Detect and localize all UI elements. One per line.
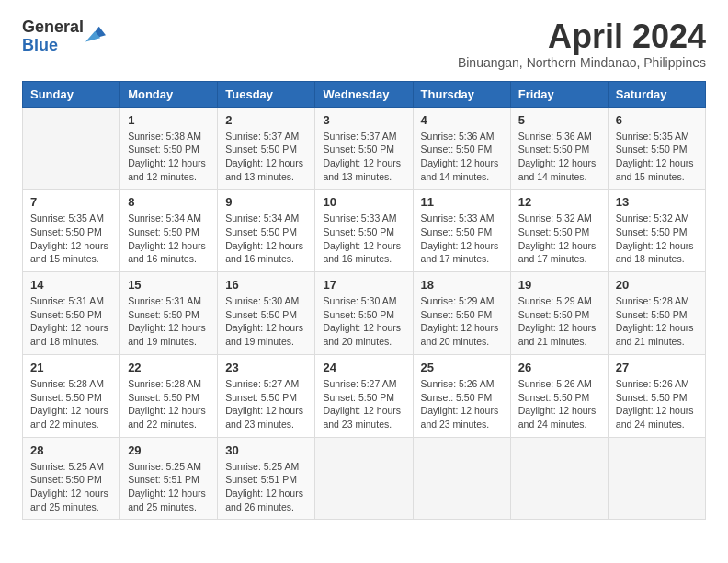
day-number: 15	[128, 278, 210, 292]
day-info: Sunrise: 5:25 AMSunset: 5:50 PMDaylight:…	[30, 460, 112, 514]
day-number: 25	[421, 361, 503, 374]
calendar-cell: 9Sunrise: 5:34 AMSunset: 5:50 PMDaylight…	[218, 190, 315, 272]
day-info: Sunrise: 5:25 AMSunset: 5:51 PMDaylight:…	[225, 460, 307, 514]
calendar-cell: 14Sunrise: 5:31 AMSunset: 5:50 PMDayligh…	[23, 272, 120, 355]
calendar-cell	[608, 437, 705, 520]
day-info: Sunrise: 5:34 AMSunset: 5:50 PMDaylight:…	[225, 212, 307, 266]
day-info: Sunrise: 5:28 AMSunset: 5:50 PMDaylight:…	[616, 294, 698, 349]
week-row-1: 1Sunrise: 5:38 AMSunset: 5:50 PMDaylight…	[23, 107, 706, 190]
calendar-cell: 25Sunrise: 5:26 AMSunset: 5:50 PMDayligh…	[413, 354, 510, 437]
day-number: 5	[518, 113, 600, 127]
calendar-cell: 3Sunrise: 5:37 AMSunset: 5:50 PMDaylight…	[315, 107, 413, 190]
day-info: Sunrise: 5:29 AMSunset: 5:50 PMDaylight:…	[518, 294, 600, 349]
day-info: Sunrise: 5:34 AMSunset: 5:50 PMDaylight:…	[128, 212, 210, 266]
day-number: 14	[30, 278, 112, 292]
calendar-cell	[315, 437, 413, 520]
day-number: 19	[518, 278, 600, 292]
calendar-cell: 17Sunrise: 5:30 AMSunset: 5:50 PMDayligh…	[315, 272, 413, 355]
day-number: 20	[616, 278, 698, 292]
day-number: 21	[30, 361, 112, 374]
calendar-cell: 15Sunrise: 5:31 AMSunset: 5:50 PMDayligh…	[120, 272, 218, 355]
day-info: Sunrise: 5:30 AMSunset: 5:50 PMDaylight:…	[225, 294, 307, 349]
weekday-header-friday: Friday	[510, 81, 608, 107]
title-section: April 2024 Binuangan, Northern Mindanao,…	[458, 18, 706, 70]
calendar-cell: 30Sunrise: 5:25 AMSunset: 5:51 PMDayligh…	[218, 437, 315, 520]
day-info: Sunrise: 5:33 AMSunset: 5:50 PMDaylight:…	[421, 212, 503, 266]
day-number: 7	[30, 195, 112, 209]
week-row-3: 14Sunrise: 5:31 AMSunset: 5:50 PMDayligh…	[23, 272, 706, 355]
calendar-cell: 10Sunrise: 5:33 AMSunset: 5:50 PMDayligh…	[315, 190, 413, 272]
day-number: 8	[128, 195, 210, 209]
week-row-2: 7Sunrise: 5:35 AMSunset: 5:50 PMDaylight…	[23, 190, 706, 272]
logo-icon	[85, 23, 106, 43]
calendar-cell	[413, 437, 510, 520]
page-header: General Blue April 2024 Binuangan, North…	[22, 18, 706, 70]
calendar-table: SundayMondayTuesdayWednesdayThursdayFrid…	[22, 81, 706, 521]
calendar-cell: 24Sunrise: 5:27 AMSunset: 5:50 PMDayligh…	[315, 354, 413, 437]
day-info: Sunrise: 5:32 AMSunset: 5:50 PMDaylight:…	[616, 212, 698, 266]
weekday-header-monday: Monday	[120, 81, 218, 107]
calendar-cell: 1Sunrise: 5:38 AMSunset: 5:50 PMDaylight…	[120, 107, 218, 190]
calendar-cell: 26Sunrise: 5:26 AMSunset: 5:50 PMDayligh…	[510, 354, 608, 437]
logo: General Blue	[22, 18, 106, 55]
weekday-header-row: SundayMondayTuesdayWednesdayThursdayFrid…	[23, 81, 706, 107]
day-number: 22	[128, 361, 210, 374]
day-info: Sunrise: 5:32 AMSunset: 5:50 PMDaylight:…	[518, 212, 600, 266]
day-info: Sunrise: 5:36 AMSunset: 5:50 PMDaylight:…	[421, 130, 503, 184]
day-info: Sunrise: 5:36 AMSunset: 5:50 PMDaylight:…	[518, 130, 600, 184]
day-info: Sunrise: 5:33 AMSunset: 5:50 PMDaylight:…	[323, 212, 404, 266]
calendar-cell: 6Sunrise: 5:35 AMSunset: 5:50 PMDaylight…	[608, 107, 705, 190]
day-info: Sunrise: 5:27 AMSunset: 5:50 PMDaylight:…	[225, 377, 307, 431]
weekday-header-wednesday: Wednesday	[315, 81, 413, 107]
day-number: 9	[225, 195, 307, 209]
day-number: 29	[128, 443, 210, 457]
calendar-cell: 20Sunrise: 5:28 AMSunset: 5:50 PMDayligh…	[608, 272, 705, 355]
calendar-cell	[23, 107, 120, 190]
day-info: Sunrise: 5:29 AMSunset: 5:50 PMDaylight:…	[421, 294, 503, 349]
calendar-cell	[510, 437, 608, 520]
day-number: 2	[225, 113, 307, 127]
day-info: Sunrise: 5:28 AMSunset: 5:50 PMDaylight:…	[30, 377, 112, 431]
day-number: 6	[616, 113, 698, 127]
calendar-cell: 27Sunrise: 5:26 AMSunset: 5:50 PMDayligh…	[608, 354, 705, 437]
day-number: 18	[421, 278, 503, 292]
calendar-cell: 2Sunrise: 5:37 AMSunset: 5:50 PMDaylight…	[218, 107, 315, 190]
calendar-cell: 7Sunrise: 5:35 AMSunset: 5:50 PMDaylight…	[23, 190, 120, 272]
day-number: 10	[323, 195, 404, 209]
week-row-5: 28Sunrise: 5:25 AMSunset: 5:50 PMDayligh…	[23, 437, 706, 520]
day-number: 28	[30, 443, 112, 457]
day-info: Sunrise: 5:31 AMSunset: 5:50 PMDaylight:…	[128, 294, 210, 349]
day-number: 17	[323, 278, 404, 292]
day-info: Sunrise: 5:26 AMSunset: 5:50 PMDaylight:…	[421, 377, 503, 431]
day-number: 1	[128, 113, 210, 127]
day-number: 12	[518, 195, 600, 209]
day-number: 24	[323, 361, 404, 374]
day-info: Sunrise: 5:26 AMSunset: 5:50 PMDaylight:…	[616, 377, 698, 431]
logo-blue-text: Blue	[22, 37, 84, 55]
calendar-cell: 28Sunrise: 5:25 AMSunset: 5:50 PMDayligh…	[23, 437, 120, 520]
day-info: Sunrise: 5:30 AMSunset: 5:50 PMDaylight:…	[323, 294, 404, 349]
day-info: Sunrise: 5:35 AMSunset: 5:50 PMDaylight:…	[616, 130, 698, 184]
day-info: Sunrise: 5:26 AMSunset: 5:50 PMDaylight:…	[518, 377, 600, 431]
calendar-cell: 5Sunrise: 5:36 AMSunset: 5:50 PMDaylight…	[510, 107, 608, 190]
day-info: Sunrise: 5:25 AMSunset: 5:51 PMDaylight:…	[128, 460, 210, 514]
weekday-header-thursday: Thursday	[413, 81, 510, 107]
day-number: 13	[616, 195, 698, 209]
logo-general-text: General	[22, 18, 84, 37]
calendar-cell: 18Sunrise: 5:29 AMSunset: 5:50 PMDayligh…	[413, 272, 510, 355]
calendar-cell: 13Sunrise: 5:32 AMSunset: 5:50 PMDayligh…	[608, 190, 705, 272]
calendar-cell: 19Sunrise: 5:29 AMSunset: 5:50 PMDayligh…	[510, 272, 608, 355]
weekday-header-sunday: Sunday	[23, 81, 120, 107]
day-info: Sunrise: 5:27 AMSunset: 5:50 PMDaylight:…	[323, 377, 404, 431]
day-number: 3	[323, 113, 404, 127]
calendar-cell: 23Sunrise: 5:27 AMSunset: 5:50 PMDayligh…	[218, 354, 315, 437]
day-number: 16	[225, 278, 307, 292]
day-info: Sunrise: 5:35 AMSunset: 5:50 PMDaylight:…	[30, 212, 112, 266]
month-title: April 2024	[458, 18, 706, 55]
calendar-cell: 8Sunrise: 5:34 AMSunset: 5:50 PMDaylight…	[120, 190, 218, 272]
location-title: Binuangan, Northern Mindanao, Philippine…	[458, 55, 706, 70]
day-number: 11	[421, 195, 503, 209]
day-info: Sunrise: 5:28 AMSunset: 5:50 PMDaylight:…	[128, 377, 210, 431]
calendar-cell: 11Sunrise: 5:33 AMSunset: 5:50 PMDayligh…	[413, 190, 510, 272]
calendar-cell: 29Sunrise: 5:25 AMSunset: 5:51 PMDayligh…	[120, 437, 218, 520]
